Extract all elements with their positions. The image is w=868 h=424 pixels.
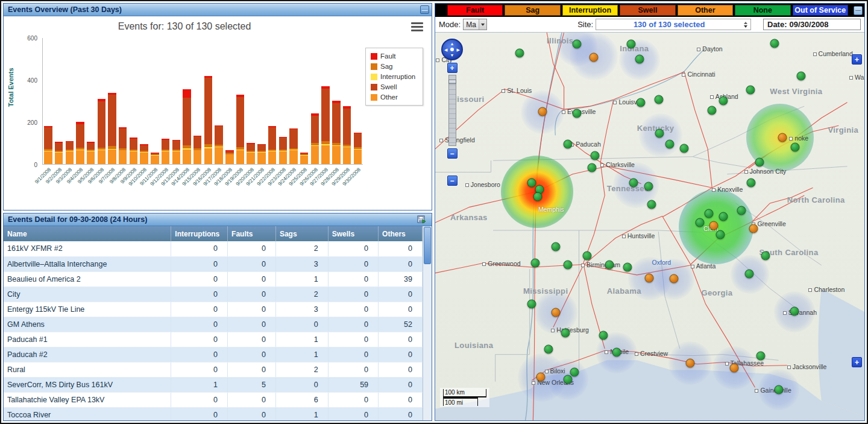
site-marker-green[interactable] [612, 348, 621, 357]
map-legend-out-of-service[interactable]: Out of Service [793, 5, 848, 16]
bar-column[interactable]: 9/12/2008 [160, 38, 171, 164]
bar-column[interactable]: 9/7/2008 [107, 38, 118, 164]
bar-column[interactable]: 9/25/2008 [299, 38, 310, 164]
bar-column[interactable]: 9/3/2008 [64, 38, 75, 164]
site-marker-green[interactable] [797, 72, 806, 81]
map-legend-none[interactable]: None [735, 5, 790, 16]
bar-column[interactable]: 9/22/2008 [267, 38, 278, 164]
site-marker-green[interactable] [572, 40, 581, 49]
site-marker-green[interactable] [587, 163, 596, 172]
site-marker-orange[interactable] [778, 133, 787, 142]
table-row[interactable]: City00200 [4, 286, 423, 302]
site-marker-green[interactable] [583, 251, 592, 260]
site-marker-green[interactable] [716, 230, 725, 239]
column-header[interactable]: Swells [328, 226, 378, 241]
site-marker-green[interactable] [527, 300, 536, 309]
site-marker-green[interactable] [647, 200, 656, 209]
site-marker-orange[interactable] [538, 107, 547, 116]
map-legend-fault[interactable]: Fault [447, 5, 503, 16]
bar-column[interactable]: 9/23/2008 [277, 38, 288, 164]
table-row[interactable]: GM Athens000052 [4, 317, 423, 332]
bar-column[interactable]: 9/4/2008 [75, 38, 86, 164]
bar-column[interactable]: 9/2/2008 [54, 38, 64, 164]
site-marker-green[interactable] [564, 139, 573, 148]
table-row[interactable]: SeverCorr, MS Dirty Bus 161kV150590 [4, 377, 423, 392]
table-row[interactable]: Entergy 115kV Tie Line00300 [4, 302, 423, 317]
bar-column[interactable]: 9/10/2008 [139, 38, 149, 164]
column-header[interactable]: Faults [228, 226, 276, 241]
bar-column[interactable]: 9/14/2008 [181, 38, 192, 164]
site-marker-green[interactable] [561, 328, 570, 337]
bar-column[interactable]: 9/20/2008 [245, 38, 256, 164]
pan-right-icon[interactable]: ▶ [457, 48, 460, 52]
table-row[interactable]: Paducah #200100 [4, 347, 423, 362]
map-legend-sag[interactable]: Sag [505, 5, 560, 16]
date-field[interactable]: Date: 09/30/2008 [763, 19, 861, 30]
site-marker-green[interactable] [552, 242, 561, 251]
bar-column[interactable]: 9/1/2008 [43, 38, 54, 164]
pan-left-icon[interactable]: ◀ [444, 48, 447, 52]
map-add-button-bottom[interactable]: + [852, 357, 862, 367]
site-marker-green[interactable] [627, 40, 636, 49]
mode-select[interactable]: Ma [463, 19, 487, 30]
bar-column[interactable]: 9/16/2008 [203, 38, 214, 164]
site-marker-green[interactable] [654, 95, 663, 104]
table-row[interactable]: Albertville–Attalla Interchange00300 [4, 256, 423, 271]
bar-column[interactable]: 9/29/2008 [342, 38, 353, 164]
table-row[interactable]: Tallahatchie Valley EPA 13kV00600 [4, 392, 423, 407]
map-legend-interruption[interactable]: Interruption [562, 5, 618, 16]
site-marker-green[interactable] [530, 258, 539, 267]
bar-column[interactable]: 9/27/2008 [320, 38, 331, 164]
map-minimize-button[interactable]: — [854, 6, 863, 15]
site-marker-green[interactable] [746, 85, 755, 94]
site-marker-green[interactable] [655, 128, 664, 138]
site-marker-green[interactable] [629, 179, 638, 188]
site-marker-orange[interactable] [645, 274, 654, 283]
site-marker-green[interactable] [774, 385, 783, 394]
site-marker-green[interactable] [665, 139, 674, 148]
pan-down-icon[interactable]: ▼ [450, 53, 454, 57]
zoom-in-button[interactable]: + [447, 63, 458, 73]
site-marker-green[interactable] [755, 158, 764, 167]
bar-column[interactable]: 9/30/2008 [352, 38, 363, 164]
bar-column[interactable]: 9/24/2008 [288, 38, 299, 164]
pan-center-icon[interactable] [450, 48, 454, 51]
zoom-out-secondary-button[interactable]: − [447, 176, 458, 186]
bar-column[interactable]: 9/13/2008 [171, 38, 181, 164]
site-select[interactable]: 130 of 130 selected [596, 19, 751, 30]
site-marker-orange[interactable] [709, 221, 719, 230]
site-marker-green[interactable] [564, 261, 573, 270]
overview-minimize-button[interactable]: — [420, 5, 429, 14]
column-header[interactable]: Interruptions [171, 226, 228, 241]
site-marker-green[interactable] [770, 39, 779, 48]
site-marker-orange[interactable] [536, 372, 546, 381]
bar-column[interactable]: 9/5/2008 [86, 38, 96, 164]
bar-column[interactable]: 9/19/2008 [235, 38, 246, 164]
site-marker-orange[interactable] [669, 274, 678, 283]
bar-column[interactable]: 9/15/2008 [192, 38, 203, 164]
site-marker-green[interactable] [515, 49, 524, 58]
site-marker-orange[interactable] [552, 308, 561, 317]
table-row[interactable]: Paducah #100100 [4, 332, 423, 347]
bar-column[interactable]: 9/18/2008 [224, 38, 235, 164]
site-marker-green[interactable] [719, 96, 728, 105]
site-marker-green[interactable] [605, 261, 614, 270]
site-marker-green[interactable] [637, 98, 646, 107]
site-marker-orange[interactable] [749, 224, 758, 233]
site-marker-orange[interactable] [589, 53, 598, 62]
site-marker-green[interactable] [590, 151, 599, 160]
bar-column[interactable]: 9/8/2008 [118, 38, 128, 164]
site-marker-green[interactable] [745, 269, 754, 278]
bar-column[interactable]: 9/11/2008 [149, 38, 160, 164]
site-marker-green[interactable] [747, 179, 756, 188]
site-marker-green[interactable] [572, 109, 581, 118]
site-marker-green[interactable] [756, 351, 765, 360]
site-marker-green[interactable] [564, 375, 573, 384]
chart-menu-icon[interactable] [411, 22, 423, 33]
site-marker-green[interactable] [790, 306, 799, 315]
bar-column[interactable]: 9/21/2008 [256, 38, 267, 164]
table-scrollbar[interactable] [423, 226, 432, 420]
site-marker-green[interactable] [679, 144, 688, 153]
bar-column[interactable]: 9/26/2008 [310, 38, 321, 164]
site-marker-green[interactable] [623, 263, 632, 272]
